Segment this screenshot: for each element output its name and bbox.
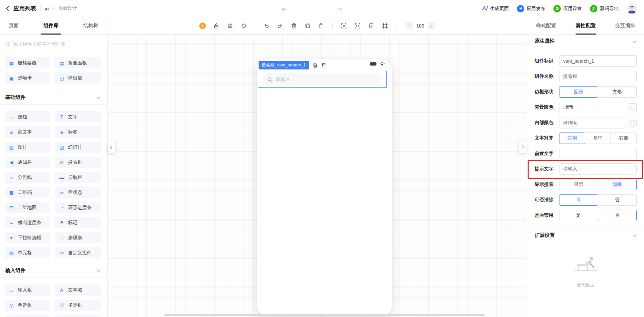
- unlock-icon[interactable]: [213, 22, 220, 29]
- component-item-popup[interactable]: ◱弹出层: [55, 72, 101, 84]
- section-extend-settings[interactable]: 扩展设置: [527, 227, 644, 243]
- component-item-cell[interactable]: ▥单元格: [5, 247, 50, 258]
- design-canvas[interactable]: 搜索框_vant_search_1 请输入: [107, 35, 527, 317]
- option-round[interactable]: 圆形: [559, 86, 598, 98]
- chevron-down-icon: [633, 39, 636, 42]
- component-item-partial[interactable]: [55, 315, 101, 317]
- source-export-button[interactable]: 源码导出: [590, 5, 619, 12]
- component-item-grid-container[interactable]: ▦栅格容器: [5, 57, 50, 68]
- section-input-components[interactable]: 输入组件: [0, 263, 107, 278]
- component-item-text[interactable]: T文字: [55, 111, 101, 122]
- zoom-in-button[interactable]: +: [428, 22, 435, 30]
- breadcrumb-app[interactable]: ai: [45, 6, 49, 11]
- option-center[interactable]: 居中: [585, 133, 611, 144]
- locate-target-icon[interactable]: [240, 22, 247, 29]
- component-item-qrcode[interactable]: ▩二维码: [5, 187, 50, 198]
- component-item-checkbox[interactable]: ☑多选框: [55, 300, 101, 311]
- option-right[interactable]: 右侧: [610, 133, 637, 144]
- generate-page-button[interactable]: Ai 生成页面: [482, 5, 509, 12]
- paste-icon[interactable]: [318, 22, 325, 29]
- field-label: 提示文字: [535, 166, 556, 172]
- preview-scan-icon[interactable]: [340, 22, 347, 29]
- info-icon[interactable]: i: [199, 22, 206, 29]
- component-item-steps[interactable]: ⋯步骤条: [55, 232, 101, 243]
- component-item-empty-state[interactable]: ▱空状态: [55, 187, 101, 198]
- bg-color-input[interactable]: [559, 102, 625, 113]
- component-item-searchbox[interactable]: ⊙搜索框: [55, 157, 101, 168]
- placeholder-text-input[interactable]: [559, 163, 637, 175]
- tab-interaction-config[interactable]: 交互编排: [615, 17, 635, 35]
- section-basic-components[interactable]: 基础组件: [0, 90, 107, 105]
- search-icon: ⊙: [59, 160, 65, 165]
- collapse-sidebar-toggle[interactable]: [108, 141, 115, 153]
- app-header: 应用列表 ai / 页面设计 ai Ai 生成页面 应用发布 ⚙ 应用设置: [0, 0, 644, 17]
- tab-component-library[interactable]: 组件库: [44, 17, 59, 35]
- component-item-marker[interactable]: ⚑标记: [55, 217, 101, 228]
- collapse-panel-toggle[interactable]: [519, 141, 527, 153]
- widget-name-input[interactable]: [559, 71, 637, 82]
- doc-check-icon[interactable]: [368, 22, 375, 29]
- search-component-selected[interactable]: 请输入: [258, 71, 387, 88]
- app-publish-button[interactable]: 应用发布: [517, 5, 545, 12]
- component-item-input[interactable]: ▭输入框: [5, 284, 50, 296]
- component-item-circle-progress[interactable]: ◔环形进度条: [55, 202, 101, 213]
- option-no[interactable]: 否: [598, 194, 637, 206]
- inner-color-input[interactable]: [559, 117, 625, 128]
- horizontal-scrollbar[interactable]: [164, 314, 485, 316]
- component-item-tabs[interactable]: ▣选项卡: [5, 72, 50, 84]
- bg-color-swatch[interactable]: [629, 103, 637, 111]
- copy-icon[interactable]: [304, 22, 311, 29]
- component-item-richtext[interactable]: ≣富文本: [5, 126, 50, 138]
- tab-props-config[interactable]: 属性配置: [576, 17, 596, 35]
- tab-pages[interactable]: 页面: [9, 17, 19, 35]
- field-widget-id: 组件标识: [535, 55, 637, 67]
- component-item-divider[interactable]: ≍分割线: [5, 172, 50, 183]
- back-app-list[interactable]: 应用列表: [13, 5, 36, 12]
- component-item-radio[interactable]: ◎单选框: [5, 300, 50, 311]
- component-item-partial[interactable]: [5, 315, 50, 317]
- widget-id-input[interactable]: [559, 55, 637, 67]
- component-item-map[interactable]: ◳二维地图: [5, 202, 50, 213]
- component-item-navbar[interactable]: ▬导航栏: [55, 172, 101, 183]
- zoom-out-button[interactable]: −: [406, 22, 413, 30]
- component-item-dropdown-filter[interactable]: ▾下拉筛选框: [5, 232, 50, 243]
- inner-color-swatch[interactable]: [629, 119, 637, 127]
- tab-style-config[interactable]: 样式配置: [536, 17, 556, 35]
- speaker-icon: ◀: [8, 160, 14, 165]
- component-search-input[interactable]: [13, 41, 102, 47]
- frame-crop-icon[interactable]: [382, 22, 388, 29]
- component-item-image[interactable]: ▨图片: [5, 142, 50, 153]
- delete-icon[interactable]: [290, 22, 297, 29]
- prefix-text-input[interactable]: [559, 148, 637, 159]
- component-item-custom[interactable]: ≔自定义组件: [55, 247, 101, 258]
- tab-structure-tree[interactable]: 结构树: [83, 17, 98, 35]
- option-yes[interactable]: 是: [559, 210, 598, 221]
- option-yes[interactable]: 可: [559, 194, 598, 206]
- option-square[interactable]: 方形: [598, 86, 637, 98]
- code-scan-icon[interactable]: [354, 22, 361, 29]
- redo-icon[interactable]: [277, 22, 283, 29]
- delete-component-icon[interactable]: [312, 62, 318, 68]
- option-hide[interactable]: 隐藏: [598, 179, 637, 190]
- page-selector-dropdown[interactable]: ai: [282, 0, 342, 17]
- option-show[interactable]: 显示: [559, 179, 598, 190]
- selected-component-chip[interactable]: 搜索框_vant_search_1: [259, 61, 309, 69]
- component-item-noticebar[interactable]: ◀通知栏: [5, 157, 50, 168]
- component-item-textarea[interactable]: A文本域: [55, 284, 101, 296]
- component-item-button[interactable]: ▭按钮: [5, 111, 50, 122]
- app-settings-button[interactable]: ⚙ 应用设置: [553, 5, 582, 12]
- back-icon[interactable]: [6, 6, 11, 11]
- undo-icon[interactable]: [263, 22, 270, 29]
- component-item-tag[interactable]: ◈标签: [55, 126, 101, 138]
- duplicate-component-icon[interactable]: [321, 62, 327, 68]
- save-icon[interactable]: [227, 22, 233, 29]
- empty-text: 暂无数据: [577, 282, 594, 288]
- component-item-swipe[interactable]: ▧幻灯片: [55, 142, 101, 153]
- option-left[interactable]: 左侧: [559, 133, 585, 144]
- field-label: 组件名称: [535, 73, 556, 80]
- section-native-props[interactable]: 原生属性: [527, 35, 644, 48]
- user-avatar[interactable]: [627, 3, 637, 14]
- option-no[interactable]: 否: [598, 210, 637, 221]
- component-item-progress-bar[interactable]: ≡横向进度条: [5, 217, 50, 228]
- component-item-collapse-panel[interactable]: ▤折叠面板: [55, 57, 101, 68]
